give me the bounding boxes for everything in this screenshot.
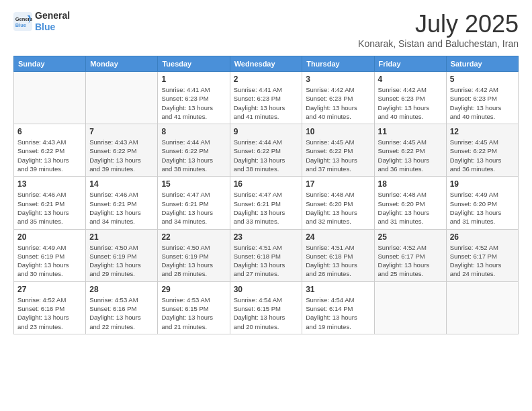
day-number: 18: [378, 179, 443, 189]
day-number: 17: [306, 179, 370, 189]
week-row-2: 6Sunrise: 4:43 AMSunset: 6:22 PMDaylight…: [14, 124, 519, 177]
calendar-cell: 18Sunrise: 4:48 AMSunset: 6:20 PMDayligh…: [374, 177, 446, 229]
day-number: 16: [234, 179, 299, 189]
header-tuesday: Tuesday: [158, 56, 230, 72]
calendar-cell: [86, 72, 158, 124]
calendar-cell: 31Sunrise: 4:54 AMSunset: 6:14 PMDayligh…: [302, 281, 374, 334]
header-wednesday: Wednesday: [230, 56, 302, 72]
calendar-cell: 24Sunrise: 4:51 AMSunset: 6:18 PMDayligh…: [302, 229, 374, 281]
day-info: Sunrise: 4:48 AMSunset: 6:20 PMDaylight:…: [378, 190, 443, 226]
day-info: Sunrise: 4:50 AMSunset: 6:19 PMDaylight:…: [161, 243, 226, 279]
day-number: 8: [161, 127, 226, 136]
day-number: 27: [17, 285, 82, 294]
day-number: 10: [306, 127, 370, 136]
header-monday: Monday: [86, 56, 158, 72]
week-row-3: 13Sunrise: 4:46 AMSunset: 6:21 PMDayligh…: [14, 177, 519, 229]
header-thursday: Thursday: [302, 56, 374, 72]
day-number: 31: [306, 285, 370, 294]
week-row-5: 27Sunrise: 4:52 AMSunset: 6:16 PMDayligh…: [14, 281, 519, 334]
calendar-cell: 21Sunrise: 4:50 AMSunset: 6:19 PMDayligh…: [86, 229, 158, 281]
day-info: Sunrise: 4:51 AMSunset: 6:18 PMDaylight:…: [234, 243, 299, 279]
calendar-cell: 25Sunrise: 4:52 AMSunset: 6:17 PMDayligh…: [374, 229, 446, 281]
month-year-title: July 2025: [358, 10, 519, 38]
calendar-cell: 29Sunrise: 4:53 AMSunset: 6:15 PMDayligh…: [158, 281, 230, 334]
location-subtitle: Konarak, Sistan and Baluchestan, Iran: [358, 38, 519, 49]
calendar-cell: 20Sunrise: 4:49 AMSunset: 6:19 PMDayligh…: [14, 229, 86, 281]
day-info: Sunrise: 4:52 AMSunset: 6:17 PMDaylight:…: [378, 243, 443, 279]
day-info: Sunrise: 4:41 AMSunset: 6:23 PMDaylight:…: [161, 85, 226, 121]
day-number: 26: [450, 232, 515, 242]
day-info: Sunrise: 4:52 AMSunset: 6:17 PMDaylight:…: [450, 243, 515, 279]
day-info: Sunrise: 4:45 AMSunset: 6:22 PMDaylight:…: [450, 138, 515, 173]
svg-text:Blue: Blue: [15, 22, 26, 28]
day-info: Sunrise: 4:53 AMSunset: 6:16 PMDaylight:…: [89, 295, 154, 331]
day-number: 11: [378, 127, 443, 136]
calendar-cell: 10Sunrise: 4:45 AMSunset: 6:22 PMDayligh…: [302, 124, 374, 177]
calendar-cell: 1Sunrise: 4:41 AMSunset: 6:23 PMDaylight…: [158, 72, 230, 124]
day-info: Sunrise: 4:46 AMSunset: 6:21 PMDaylight:…: [89, 190, 154, 226]
header-saturday: Saturday: [446, 56, 518, 72]
calendar-cell: 7Sunrise: 4:43 AMSunset: 6:22 PMDaylight…: [86, 124, 158, 177]
calendar-cell: 3Sunrise: 4:42 AMSunset: 6:23 PMDaylight…: [302, 72, 374, 124]
day-number: 21: [89, 232, 154, 242]
day-number: 28: [89, 285, 154, 294]
calendar-cell: 23Sunrise: 4:51 AMSunset: 6:18 PMDayligh…: [230, 229, 302, 281]
day-info: Sunrise: 4:41 AMSunset: 6:23 PMDaylight:…: [234, 85, 299, 121]
calendar-cell: [446, 281, 518, 334]
day-info: Sunrise: 4:54 AMSunset: 6:15 PMDaylight:…: [234, 295, 299, 331]
day-info: Sunrise: 4:45 AMSunset: 6:22 PMDaylight:…: [306, 138, 370, 173]
day-info: Sunrise: 4:49 AMSunset: 6:19 PMDaylight:…: [17, 243, 82, 279]
day-number: 3: [306, 75, 370, 84]
calendar-cell: 15Sunrise: 4:47 AMSunset: 6:21 PMDayligh…: [158, 177, 230, 229]
day-number: 4: [378, 75, 443, 84]
calendar-cell: 14Sunrise: 4:46 AMSunset: 6:21 PMDayligh…: [86, 177, 158, 229]
day-info: Sunrise: 4:47 AMSunset: 6:21 PMDaylight:…: [161, 190, 226, 226]
calendar-cell: [374, 281, 446, 334]
day-info: Sunrise: 4:46 AMSunset: 6:21 PMDaylight:…: [17, 190, 82, 226]
calendar-cell: 2Sunrise: 4:41 AMSunset: 6:23 PMDaylight…: [230, 72, 302, 124]
calendar-cell: 8Sunrise: 4:44 AMSunset: 6:22 PMDaylight…: [158, 124, 230, 177]
day-info: Sunrise: 4:51 AMSunset: 6:18 PMDaylight:…: [306, 243, 370, 279]
header-sunday: Sunday: [14, 56, 86, 72]
calendar-cell: 11Sunrise: 4:45 AMSunset: 6:22 PMDayligh…: [374, 124, 446, 177]
calendar-cell: 26Sunrise: 4:52 AMSunset: 6:17 PMDayligh…: [446, 229, 518, 281]
calendar-cell: 5Sunrise: 4:42 AMSunset: 6:23 PMDaylight…: [446, 72, 518, 124]
calendar-cell: 6Sunrise: 4:43 AMSunset: 6:22 PMDaylight…: [14, 124, 86, 177]
calendar-cell: 30Sunrise: 4:54 AMSunset: 6:15 PMDayligh…: [230, 281, 302, 334]
calendar-cell: 28Sunrise: 4:53 AMSunset: 6:16 PMDayligh…: [86, 281, 158, 334]
calendar-header-row: SundayMondayTuesdayWednesdayThursdayFrid…: [14, 56, 519, 72]
calendar-cell: 4Sunrise: 4:42 AMSunset: 6:23 PMDaylight…: [374, 72, 446, 124]
day-info: Sunrise: 4:53 AMSunset: 6:15 PMDaylight:…: [161, 295, 226, 331]
day-info: Sunrise: 4:43 AMSunset: 6:22 PMDaylight:…: [89, 138, 154, 173]
day-info: Sunrise: 4:47 AMSunset: 6:21 PMDaylight:…: [234, 190, 299, 226]
day-number: 1: [161, 75, 226, 84]
day-info: Sunrise: 4:43 AMSunset: 6:22 PMDaylight:…: [17, 138, 82, 173]
calendar-cell: 12Sunrise: 4:45 AMSunset: 6:22 PMDayligh…: [446, 124, 518, 177]
day-number: 30: [234, 285, 299, 294]
day-info: Sunrise: 4:48 AMSunset: 6:20 PMDaylight:…: [306, 190, 370, 226]
calendar-cell: [14, 72, 86, 124]
logo-text: General Blue: [35, 10, 70, 33]
title-block: July 2025 Konarak, Sistan and Baluchesta…: [358, 10, 519, 49]
day-info: Sunrise: 4:54 AMSunset: 6:14 PMDaylight:…: [306, 295, 370, 331]
day-info: Sunrise: 4:44 AMSunset: 6:22 PMDaylight:…: [161, 138, 226, 173]
header: General Blue General Blue July 2025 Kona…: [13, 10, 519, 49]
calendar-cell: 19Sunrise: 4:49 AMSunset: 6:20 PMDayligh…: [446, 177, 518, 229]
calendar-table: SundayMondayTuesdayWednesdayThursdayFrid…: [13, 56, 519, 334]
day-number: 13: [17, 179, 82, 189]
day-info: Sunrise: 4:49 AMSunset: 6:20 PMDaylight:…: [450, 190, 515, 226]
day-number: 29: [161, 285, 226, 294]
day-info: Sunrise: 4:50 AMSunset: 6:19 PMDaylight:…: [89, 243, 154, 279]
calendar-cell: 22Sunrise: 4:50 AMSunset: 6:19 PMDayligh…: [158, 229, 230, 281]
day-number: 2: [234, 75, 299, 84]
calendar-cell: 16Sunrise: 4:47 AMSunset: 6:21 PMDayligh…: [230, 177, 302, 229]
day-info: Sunrise: 4:42 AMSunset: 6:23 PMDaylight:…: [450, 85, 515, 121]
day-number: 12: [450, 127, 515, 136]
calendar-cell: 17Sunrise: 4:48 AMSunset: 6:20 PMDayligh…: [302, 177, 374, 229]
calendar-cell: 9Sunrise: 4:44 AMSunset: 6:22 PMDaylight…: [230, 124, 302, 177]
day-number: 9: [234, 127, 299, 136]
day-info: Sunrise: 4:42 AMSunset: 6:23 PMDaylight:…: [378, 85, 443, 121]
day-number: 14: [89, 179, 154, 189]
day-number: 7: [89, 127, 154, 136]
week-row-1: 1Sunrise: 4:41 AMSunset: 6:23 PMDaylight…: [14, 72, 519, 124]
